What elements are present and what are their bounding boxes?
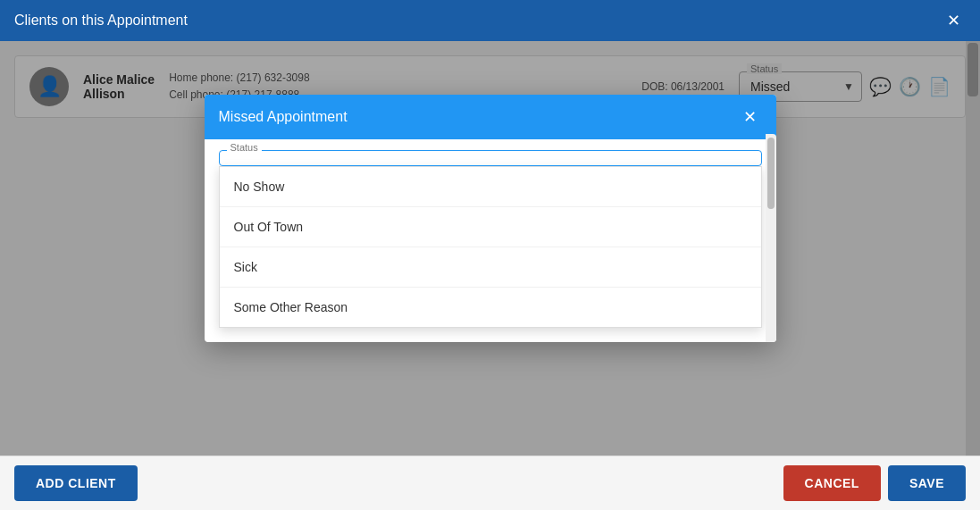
footer-right-buttons: CANCEL SAVE	[783, 465, 966, 501]
dropdown-list: No Show Out Of Town Sick Some Other Reas…	[219, 166, 762, 328]
save-button[interactable]: SAVE	[888, 465, 966, 501]
dialog-scroll-thumb	[767, 138, 775, 209]
dropdown-item-out-of-town[interactable]: Out Of Town	[220, 207, 761, 247]
dropdown-item-sick[interactable]: Sick	[220, 247, 761, 288]
outer-dialog: Clients on this Appointment ✕ 👤 Alice Ma…	[0, 0, 980, 510]
outer-dialog-header: Clients on this Appointment ✕	[0, 0, 980, 41]
inner-dialog: Missed Appointment ✕ Status No Show Out …	[205, 95, 776, 342]
inner-dialog-close-button[interactable]: ✕	[738, 105, 762, 129]
outer-dialog-close-button[interactable]: ✕	[942, 9, 966, 32]
inner-dialog-header: Missed Appointment ✕	[205, 95, 776, 139]
dialog-scrollbar[interactable]	[766, 134, 776, 342]
modal-overlay: Missed Appointment ✕ Status No Show Out …	[0, 41, 980, 456]
outer-dialog-footer: ADD CLIENT CANCEL SAVE	[0, 456, 980, 510]
status-partial-field: Status	[219, 150, 762, 166]
outer-dialog-body: 👤 Alice Malice Allison Home phone: (217)…	[0, 41, 980, 456]
outer-dialog-title: Clients on this Appointment	[14, 13, 188, 29]
dropdown-item-no-show[interactable]: No Show	[220, 167, 761, 207]
cancel-button[interactable]: CANCEL	[783, 465, 881, 501]
add-client-button[interactable]: ADD CLIENT	[14, 465, 138, 501]
status-partial-label: Status	[227, 142, 262, 153]
inner-dialog-title: Missed Appointment	[219, 109, 348, 125]
dropdown-item-some-other-reason[interactable]: Some Other Reason	[220, 288, 761, 327]
